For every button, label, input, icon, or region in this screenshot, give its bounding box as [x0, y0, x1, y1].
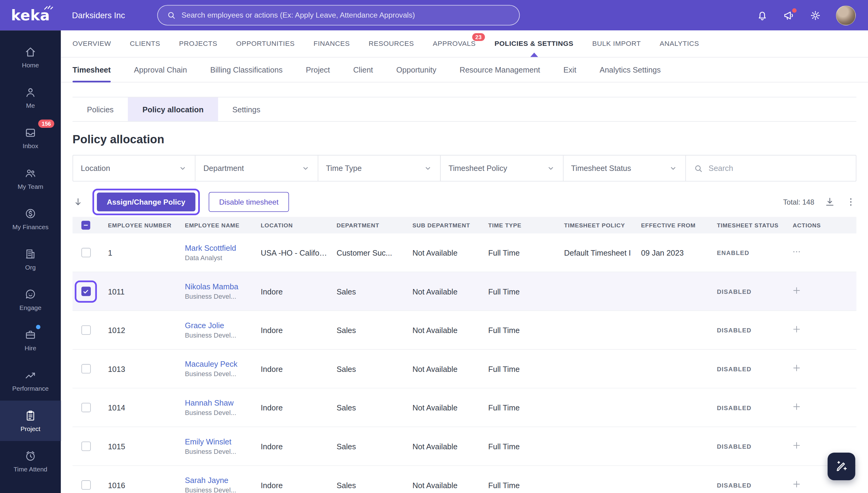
filter-time-type[interactable]: Time Type [318, 155, 441, 181]
filter-timesheet-policy[interactable]: Timesheet Policy [441, 155, 564, 181]
filter-location[interactable]: Location [73, 155, 196, 181]
main-nav: OVERVIEW CLIENTS PROJECTS OPPORTUNITIES … [61, 30, 868, 57]
announcements-button[interactable] [783, 9, 795, 21]
subnav-item-resource-management[interactable]: Resource Management [460, 58, 540, 82]
sidebar-item-label: Org [25, 264, 36, 271]
user-avatar[interactable] [836, 5, 856, 25]
employee-name-link[interactable]: Emily Winslet [185, 437, 252, 446]
nav-item-resources[interactable]: RESOURCES [369, 30, 414, 57]
timesheet-status: DISABLED [708, 404, 784, 411]
nav-item-bulk-import[interactable]: BULK IMPORT [592, 30, 641, 57]
sub-nav: Timesheet Approval Chain Billing Classif… [61, 58, 868, 83]
timesheet-status: DISABLED [708, 288, 784, 295]
row-checkbox[interactable] [81, 248, 90, 257]
row-checkbox[interactable] [81, 364, 90, 373]
subnav-item-billing-classifications[interactable]: Billing Classifications [210, 58, 282, 82]
row-add-icon[interactable] [791, 402, 802, 412]
row-menu-icon[interactable] [791, 247, 802, 257]
sidebar-item-me[interactable]: Me [0, 78, 61, 118]
sidebar-item-label: Engage [19, 304, 41, 311]
nav-item-clients[interactable]: CLIENTS [130, 30, 161, 57]
nav-item-label: OVERVIEW [72, 40, 111, 48]
filter-label: Timesheet Status [571, 164, 631, 173]
settings-gear-icon[interactable] [809, 9, 822, 21]
employee-name-link[interactable]: Grace Jolie [185, 321, 252, 330]
more-options-icon[interactable] [845, 196, 856, 207]
download-icon[interactable] [824, 196, 835, 207]
subnav-item-exit[interactable]: Exit [564, 58, 576, 82]
timesheet-status: DISABLED [708, 482, 784, 489]
subnav-item-approval-chain[interactable]: Approval Chain [134, 58, 187, 82]
table-search-input[interactable] [708, 164, 848, 173]
subnav-item-client[interactable]: Client [353, 58, 373, 82]
global-search[interactable] [157, 5, 520, 25]
sidebar-item-performance[interactable]: Performance [0, 360, 61, 401]
building-icon [24, 248, 37, 260]
nav-item-projects[interactable]: PROJECTS [179, 30, 217, 57]
filter-bar: Location Department Time Type Timesheet … [72, 155, 856, 181]
nav-item-overview[interactable]: OVERVIEW [72, 30, 111, 57]
ai-assistant-fab[interactable] [828, 453, 855, 480]
disable-timesheet-button[interactable]: Disable timesheet [209, 192, 289, 212]
chevron-down-icon [546, 164, 555, 173]
subnav-item-opportunity[interactable]: Opportunity [396, 58, 437, 82]
timesheet-policy: Default Timesheet I [555, 248, 632, 257]
global-search-input[interactable] [182, 11, 510, 19]
row-checkbox[interactable] [81, 286, 90, 296]
assign-change-policy-button[interactable]: Assign/Change Policy [97, 192, 195, 211]
filter-department[interactable]: Department [196, 155, 318, 181]
nav-item-approvals[interactable]: APPROVALS 23 [433, 30, 475, 57]
tab-settings[interactable]: Settings [218, 98, 275, 121]
subnav-item-project[interactable]: Project [306, 58, 330, 82]
sidebar-item-inbox[interactable]: Inbox 156 [0, 118, 61, 158]
sidebar-item-time-attend[interactable]: Time Attend [0, 441, 61, 481]
row-add-icon[interactable] [791, 286, 802, 296]
row-add-icon[interactable] [791, 479, 802, 489]
policy-tabs: Policies Policy allocation Settings [72, 97, 856, 122]
sidebar-item-org[interactable]: Org [0, 239, 61, 279]
row-checkbox[interactable] [81, 480, 90, 490]
filter-timesheet-status[interactable]: Timesheet Status [564, 155, 686, 181]
subnav-item-analytics-settings[interactable]: Analytics Settings [599, 58, 660, 82]
row-checkbox[interactable] [81, 442, 90, 451]
timesheet-status: DISABLED [708, 443, 784, 450]
tab-policy-allocation[interactable]: Policy allocation [128, 98, 218, 121]
nav-item-policies-settings[interactable]: POLICIES & SETTINGS [494, 30, 573, 57]
sidebar-item-project[interactable]: Project [0, 401, 61, 441]
arrow-down-icon[interactable] [72, 196, 84, 207]
row-checkbox[interactable] [81, 403, 90, 412]
sidebar-item-hire[interactable]: Hire [0, 320, 61, 360]
keka-logo[interactable]: keka [0, 0, 61, 30]
sidebar-item-my-team[interactable]: My Team [0, 158, 61, 198]
subnav-item-label: Resource Management [460, 65, 540, 74]
nav-item-label: RESOURCES [369, 40, 414, 48]
employee-name-link[interactable]: Nikolas Mamba [185, 282, 252, 291]
sidebar-item-home[interactable]: Home [0, 37, 61, 78]
topbar-actions [756, 5, 868, 25]
table-search[interactable] [686, 155, 856, 181]
employee-role: Business Devel... [185, 331, 252, 339]
minus-icon [83, 222, 89, 229]
nav-item-analytics[interactable]: ANALYTICS [660, 30, 699, 57]
select-all-checkbox[interactable] [81, 221, 90, 230]
row-checkbox[interactable] [81, 325, 90, 335]
employee-name-link[interactable]: Macauley Peck [185, 360, 252, 368]
sidebar-item-engage[interactable]: Engage [0, 279, 61, 320]
sidebar-item-my-finances[interactable]: My Finances [0, 198, 61, 239]
employee-sub-department: Not Available [404, 480, 480, 489]
subnav-item-timesheet[interactable]: Timesheet [72, 58, 111, 82]
nav-item-finances[interactable]: FINANCES [313, 30, 350, 57]
sidebar-item-label: Time Attend [14, 466, 47, 473]
employee-name-link[interactable]: Sarah Jayne [185, 476, 252, 485]
employee-name-link[interactable]: Hannah Shaw [185, 398, 252, 407]
subnav-item-label: Client [353, 65, 373, 74]
employee-sub-department: Not Available [404, 442, 480, 450]
tab-policies[interactable]: Policies [72, 98, 128, 121]
row-add-icon[interactable] [791, 363, 802, 373]
bell-icon[interactable] [756, 9, 768, 21]
nav-item-opportunities[interactable]: OPPORTUNITIES [236, 30, 295, 57]
employee-location: USA -HO - Californi [252, 248, 328, 257]
employee-name-link[interactable]: Mark Scottfield [185, 243, 252, 252]
row-add-icon[interactable] [791, 324, 802, 334]
row-add-icon[interactable] [791, 441, 802, 450]
